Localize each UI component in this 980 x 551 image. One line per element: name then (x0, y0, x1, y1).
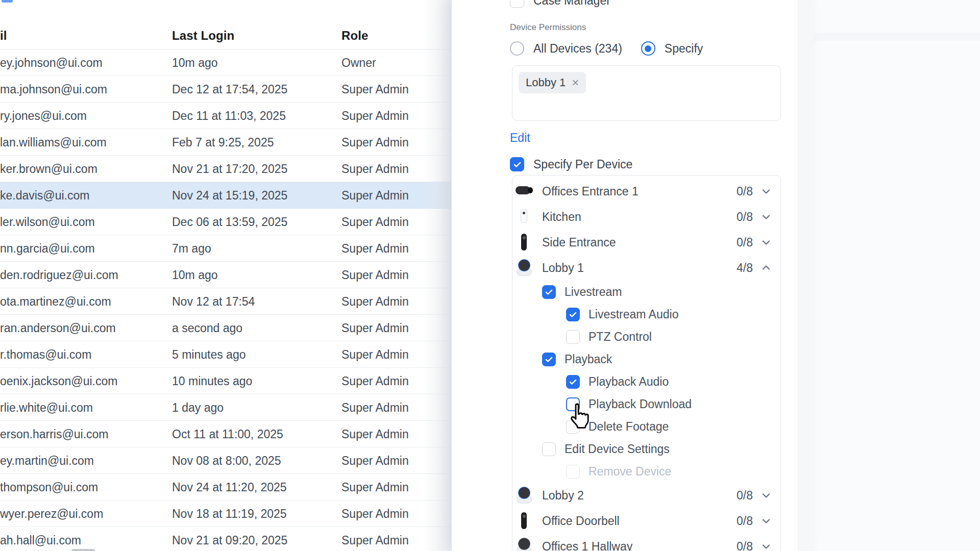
table-row[interactable]: rlie.white@ui.com1 day agoSuper Admin (0, 394, 451, 421)
device-row[interactable]: Kitchen0/8 (512, 204, 780, 230)
table-row[interactable]: r.thomas@ui.com5 minutes agoSuper Admin (0, 341, 451, 368)
cell-last-login: Nov 24 at 15:19, 2025 (172, 188, 287, 202)
chevron-down-icon[interactable] (760, 540, 772, 551)
table-row[interactable]: thompson@ui.comNov 24 at 11:20, 2025Supe… (0, 474, 451, 500)
page-background (813, 0, 980, 551)
all-devices-radio[interactable] (510, 41, 524, 56)
cell-email: rlie.white@ui.com (0, 400, 93, 414)
permission-checkbox[interactable] (542, 442, 556, 456)
table-row[interactable]: ah.hall@ui.comNov 21 at 09:20, 2025Super… (0, 527, 451, 551)
table-row[interactable]: ma.johnson@ui.comDec 12 at 17:54, 2025Su… (0, 76, 451, 103)
cell-email: ler.wilson@ui.com (0, 215, 95, 229)
cell-role: Super Admin (341, 188, 409, 202)
cell-role: Super Admin (341, 454, 409, 467)
cell-email: ey.martin@ui.com (0, 454, 94, 467)
device-name: Side Entrance (542, 236, 737, 249)
remove-tag-icon[interactable]: × (572, 77, 579, 89)
cell-role: Super Admin (341, 82, 409, 96)
table-row[interactable]: ker.brown@ui.comNov 21 at 17:20, 2025Sup… (0, 156, 451, 182)
cell-last-login: 10m ago (172, 56, 218, 69)
permission-row: Livestream (512, 281, 780, 303)
cell-role: Super Admin (341, 162, 409, 176)
table-row[interactable]: ler.wilson@ui.comDec 06 at 13:59, 2025Su… (0, 209, 451, 235)
selected-devices-input[interactable]: Lobby 1 × (512, 65, 781, 121)
device-permissions-radio-group: All Devices (234) Specify (510, 41, 703, 56)
table-row[interactable]: oenix.jackson@ui.com10 minutes agoSuper … (0, 368, 451, 394)
cell-email: nn.garcia@ui.com (0, 241, 95, 255)
table-row[interactable]: ke.davis@ui.comNov 24 at 15:19, 2025Supe… (0, 182, 451, 209)
chevron-down-icon[interactable] (760, 211, 772, 223)
cell-last-login: Dec 11 at 11:03, 2025 (172, 109, 286, 122)
table-row[interactable]: den.rodriguez@ui.com10m agoSuper Admin (0, 262, 451, 288)
chevron-down-icon[interactable] (760, 515, 772, 527)
device-permissions-label: Device Permissions (510, 22, 586, 33)
permission-row: PTZ Control (512, 325, 780, 348)
chevron-down-icon[interactable] (760, 236, 772, 248)
permission-row: Remove Device (512, 460, 780, 483)
permission-checkbox[interactable] (566, 465, 580, 479)
background-band (813, 33, 980, 41)
bullet-camera-icon (514, 182, 534, 201)
all-devices-label: All Devices (234) (533, 42, 622, 56)
chevron-down-icon[interactable] (760, 185, 772, 197)
permission-label: Remove Device (589, 465, 671, 479)
permission-checkbox[interactable] (566, 330, 580, 344)
cell-last-login: Nov 12 at 17:54 (172, 294, 255, 308)
permission-label: Livestream (565, 285, 622, 299)
device-row[interactable]: Lobby 14/8 (512, 255, 780, 281)
dome-camera-icon (514, 486, 534, 505)
permission-row: Delete Footage (512, 415, 780, 438)
cell-last-login: Dec 06 at 13:59, 2025 (172, 215, 287, 229)
device-row[interactable]: Lobby 20/8 (512, 483, 780, 508)
cell-email: erson.harris@ui.com (0, 427, 109, 441)
chevron-down-icon[interactable] (760, 489, 772, 502)
cell-role: Super Admin (341, 109, 409, 122)
device-name: Office Doorbell (542, 514, 737, 528)
cell-email: ke.davis@ui.com (0, 188, 89, 202)
permission-checkbox[interactable] (566, 397, 580, 411)
permission-label: Playback Audio (589, 375, 669, 389)
permission-label: Livestream Audio (589, 308, 678, 321)
cell-role: Super Admin (341, 347, 409, 361)
device-row[interactable]: Offices 1 Hallway0/8 (512, 534, 780, 551)
table-row[interactable]: nn.garcia@ui.com7m agoSuper Admin (0, 235, 451, 262)
permission-checkbox[interactable] (542, 285, 556, 299)
permission-row: Playback (512, 348, 780, 370)
cell-email: ry.jones@ui.com (0, 109, 87, 122)
permission-row: Playback Audio (512, 370, 780, 393)
table-row[interactable]: ry.jones@ui.comDec 11 at 11:03, 2025Supe… (0, 103, 451, 129)
table-row[interactable]: lan.williams@ui.comFeb 7 at 9:25, 2025Su… (0, 129, 451, 156)
cell-email: r.thomas@ui.com (0, 347, 91, 361)
specify-radio[interactable] (641, 41, 655, 56)
case-manager-checkbox[interactable] (510, 0, 524, 8)
cell-role: Super Admin (341, 374, 409, 388)
edit-link[interactable]: Edit (510, 131, 530, 145)
chevron-up-icon[interactable] (760, 262, 772, 274)
cell-email: thompson@ui.com (0, 480, 98, 494)
table-row[interactable]: ey.johnson@ui.com10m agoOwner (0, 49, 451, 76)
table-row[interactable]: ey.martin@ui.comNov 08 at 8:00, 2025Supe… (0, 447, 451, 474)
drawer-scrollbar-track[interactable] (798, 0, 814, 551)
permission-checkbox[interactable] (566, 420, 580, 434)
device-row[interactable]: Side Entrance0/8 (512, 230, 780, 255)
cell-last-login: 10 minutes ago (172, 374, 252, 388)
cell-role: Super Admin (341, 294, 409, 308)
device-name: Kitchen (542, 210, 737, 224)
table-row[interactable]: ota.martinez@ui.comNov 12 at 17:54Super … (0, 288, 451, 315)
specify-per-device-checkbox[interactable] (510, 157, 524, 171)
cell-last-login: 1 day ago (172, 400, 224, 414)
table-row[interactable]: ran.anderson@ui.coma second agoSuper Adm… (0, 315, 451, 341)
device-name: Lobby 2 (542, 489, 737, 503)
cell-last-login: 10m ago (172, 268, 218, 282)
permission-checkbox[interactable] (566, 308, 580, 321)
table-row[interactable]: wyer.perez@ui.comNov 18 at 11:19, 2025Su… (0, 500, 451, 527)
table-row[interactable]: erson.harris@ui.comOct 11 at 11:00, 2025… (0, 421, 451, 447)
table-body: ey.johnson@ui.com10m agoOwnerma.johnson@… (0, 49, 451, 551)
device-row[interactable]: Offices Entrance 10/8 (512, 179, 780, 204)
device-permission-count: 0/8 (737, 236, 753, 249)
permission-label: Playback (565, 353, 612, 366)
permission-checkbox[interactable] (566, 375, 580, 389)
permission-checkbox[interactable] (542, 353, 556, 366)
users-table-pane: il Last Login Role ey.johnson@ui.com10m … (0, 0, 451, 551)
device-row[interactable]: Office Doorbell0/8 (512, 508, 780, 534)
